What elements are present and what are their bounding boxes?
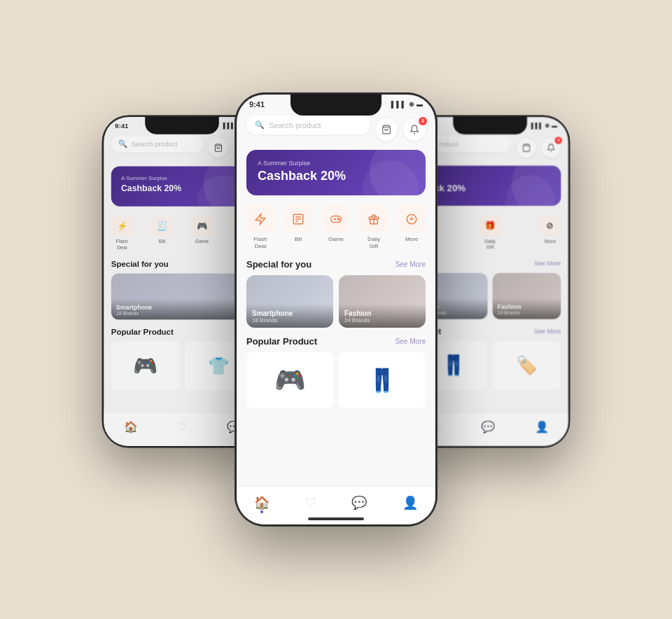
nav-home-dot	[260, 510, 263, 513]
special-see-more-right[interactable]: See More	[534, 260, 561, 267]
popular-header-center: Popular Product See More	[246, 336, 426, 347]
popular-card-2-center[interactable]: 👖	[339, 352, 426, 408]
cat-label-gift-center: DailyGift	[368, 236, 380, 249]
cart-btn-center[interactable]	[375, 118, 398, 141]
popular-card-1-left[interactable]: 🎮	[111, 342, 180, 391]
cat-label-more-center: More	[405, 236, 418, 243]
banner-right: e ack 20%	[419, 166, 561, 206]
popular-card-1-center[interactable]: 🎮	[246, 352, 333, 408]
cat-label-flash-center: FlashDeal	[253, 236, 267, 249]
cat-icon-gift-center	[360, 205, 388, 233]
notif-badge-center: 3	[419, 117, 427, 125]
cart-btn-left[interactable]	[209, 138, 228, 158]
banner-subtitle-left: A Summer Surpise	[121, 175, 243, 181]
cat-gift-right[interactable]: 🎁 DailyGift	[479, 214, 501, 250]
top-bar-center: 🔍 Search product	[246, 116, 426, 143]
smartphone-overlay-left: Smartphone 18 Brands	[111, 299, 253, 320]
cat-gift-center[interactable]: DailyGift	[360, 205, 388, 249]
controller-icon: 🎮	[274, 366, 306, 395]
popular-cards-left: 🎮 👕	[111, 342, 253, 391]
search-text-right: roduct	[439, 140, 504, 148]
nav-chat-center[interactable]: 💬	[351, 495, 367, 510]
cat-flash-left[interactable]: ⚡ FlashDeal	[111, 215, 133, 251]
special-header-center: Special for you See More	[246, 259, 426, 270]
status-icons-right: ▌▌▌ ⊕ ▬	[531, 123, 557, 129]
cat-label-more-right: More	[545, 238, 556, 244]
svg-point-11	[339, 219, 340, 221]
cat-icon-more-center	[398, 205, 426, 233]
search-text-center: Search product	[269, 121, 361, 130]
notch-right	[453, 117, 527, 134]
search-bar-center[interactable]: 🔍 Search product	[246, 116, 370, 134]
time-left: 9:41	[115, 122, 128, 130]
cat-label-bill-center: Bill	[295, 236, 302, 243]
cat-label-game-center: Game	[328, 236, 344, 243]
search-bar-left[interactable]: 🔍 Search product	[111, 135, 204, 153]
phone-center: 9:41 ▌▌▌ ⊕ ▬ 🔍 Search product	[234, 92, 438, 527]
time-center: 9:41	[249, 100, 265, 109]
notch-center	[290, 95, 382, 116]
pants-icon-right: 👖	[441, 354, 465, 377]
smartphone-card-left[interactable]: Smartphone 18 Brands	[111, 274, 253, 320]
cat-bill-left[interactable]: 🧾 Bill	[151, 215, 173, 251]
popular-header-right: uduct See More	[419, 326, 561, 335]
pants-icon: 👖	[368, 367, 396, 394]
popular-card-2-right[interactable]: 🏷️	[493, 341, 561, 390]
tag-icon-right: 🏷️	[516, 355, 538, 375]
search-icon-center: 🔍	[255, 120, 265, 130]
popular-cards-center: 🎮 👖	[246, 352, 426, 408]
cat-icon-game-left: 🎮	[191, 215, 213, 237]
special-see-more-center[interactable]: See More	[396, 260, 426, 268]
special-header-right: you See More	[419, 259, 561, 268]
fashion-sub-center: 24 Brands	[344, 317, 420, 324]
top-bar-left: 🔍 Search product	[111, 135, 253, 160]
banner-subtitle-center: A Summer Surpise	[258, 160, 414, 167]
cat-flash-center[interactable]: FlashDeal	[246, 205, 274, 249]
nav-wishlist-left[interactable]: ♡	[177, 420, 187, 433]
cat-game-left[interactable]: 🎮 Game	[191, 215, 213, 251]
banner-left: A Summer Surpise Cashback 20%	[111, 166, 253, 206]
fashion-title-right: Fashion	[498, 303, 556, 310]
fashion-card-center[interactable]: Fashion 24 Brands	[339, 275, 426, 328]
notif-btn-right[interactable]: 3	[541, 138, 561, 158]
banner-subtitle-right: e	[429, 174, 551, 181]
nav-home-left[interactable]: 🏠	[124, 420, 137, 433]
smartphone-sub-center: 18 Brands	[252, 317, 328, 324]
cat-game-center[interactable]: Game	[322, 205, 350, 249]
cat-more-right[interactable]: ⊘ More	[539, 214, 561, 250]
banner-title-right: ack 20%	[429, 182, 551, 193]
search-placeholder-left: Search product	[132, 140, 196, 148]
popular-see-more-right[interactable]: See More	[534, 328, 561, 335]
fashion-title-center: Fashion	[344, 310, 420, 317]
status-icons-center: ▌▌▌ ⊕ ▬	[391, 101, 423, 108]
popular-title-center: Popular Product	[246, 336, 317, 347]
cat-label-game-left: Game	[195, 239, 209, 244]
screen-content-center: 🔍 Search product	[237, 111, 435, 492]
notif-btn-center[interactable]: 3	[403, 118, 426, 141]
phones-container: 9:41 ▌▌▌ ⊕ ▬ 🔍 Search product	[56, 22, 616, 597]
cat-bill-center[interactable]: Bill	[284, 205, 312, 249]
product-cards-right: hone 18 Brands Fashion 24 Brands	[419, 273, 561, 319]
nav-chat-right[interactable]: 💬	[482, 420, 495, 433]
home-indicator-center	[308, 517, 364, 520]
special-header-left: Special for you	[111, 259, 253, 268]
nav-wishlist-center[interactable]: ♡	[305, 495, 316, 510]
nav-home-center[interactable]: 🏠	[254, 495, 270, 510]
fashion-overlay-center: Fashion 24 Brands	[339, 304, 426, 328]
fashion-card-right[interactable]: Fashion 24 Brands	[493, 273, 561, 319]
smartphone-title-left: Smartphone	[116, 304, 248, 311]
popular-see-more-center[interactable]: See More	[396, 338, 426, 345]
cat-more-center[interactable]: More	[398, 205, 426, 249]
fashion-overlay-right: Fashion 24 Brands	[493, 298, 561, 319]
special-title-center: Special for you	[246, 259, 312, 270]
notch-left	[145, 117, 219, 134]
svg-marker-2	[255, 214, 265, 225]
nav-profile-center[interactable]: 👤	[402, 495, 418, 510]
cart-btn-right[interactable]	[517, 138, 536, 158]
cat-icon-bill-left: 🧾	[151, 215, 173, 237]
smartphone-sub-left: 18 Brands	[116, 311, 248, 317]
smartphone-card-center[interactable]: Smartphone 18 Brands	[246, 275, 333, 328]
banner-center: A Summer Surpise Cashback 20%	[246, 150, 426, 195]
nav-profile-right[interactable]: 👤	[535, 420, 548, 433]
cat-icon-bill-center	[284, 205, 312, 233]
